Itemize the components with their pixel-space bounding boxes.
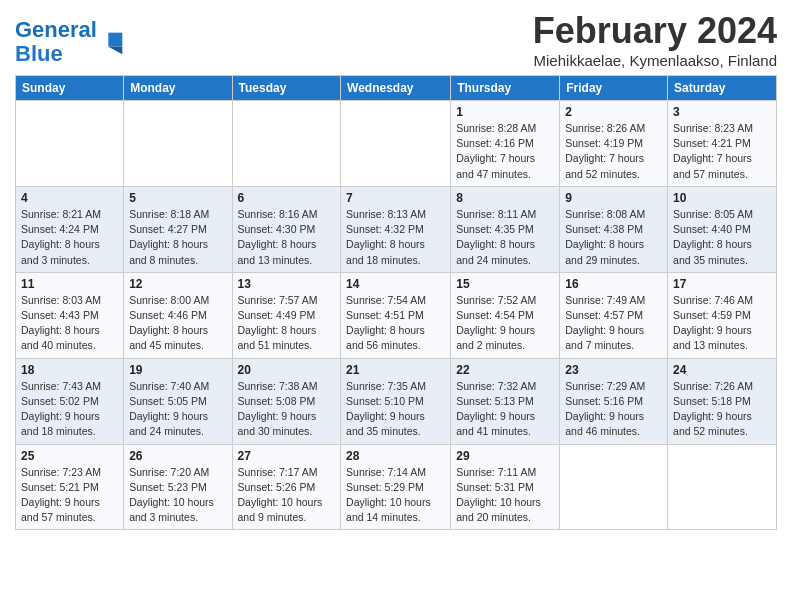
svg-marker-0 xyxy=(108,33,122,47)
calendar-cell: 21Sunrise: 7:35 AM Sunset: 5:10 PM Dayli… xyxy=(341,358,451,444)
day-number: 20 xyxy=(238,363,336,377)
day-info: Sunrise: 8:03 AM Sunset: 4:43 PM Dayligh… xyxy=(21,293,118,354)
day-info: Sunrise: 8:18 AM Sunset: 4:27 PM Dayligh… xyxy=(129,207,226,268)
weekday-header: Friday xyxy=(560,76,668,101)
weekday-header: Wednesday xyxy=(341,76,451,101)
calendar-cell: 13Sunrise: 7:57 AM Sunset: 4:49 PM Dayli… xyxy=(232,272,341,358)
calendar-header-row: SundayMondayTuesdayWednesdayThursdayFrid… xyxy=(16,76,777,101)
day-number: 24 xyxy=(673,363,771,377)
day-info: Sunrise: 8:28 AM Sunset: 4:16 PM Dayligh… xyxy=(456,121,554,182)
calendar-cell: 17Sunrise: 7:46 AM Sunset: 4:59 PM Dayli… xyxy=(668,272,777,358)
day-info: Sunrise: 8:26 AM Sunset: 4:19 PM Dayligh… xyxy=(565,121,662,182)
calendar-cell: 16Sunrise: 7:49 AM Sunset: 4:57 PM Dayli… xyxy=(560,272,668,358)
page-header: General Blue February 2024 Miehikkaelae,… xyxy=(15,10,777,69)
day-number: 4 xyxy=(21,191,118,205)
calendar-cell: 15Sunrise: 7:52 AM Sunset: 4:54 PM Dayli… xyxy=(451,272,560,358)
day-number: 13 xyxy=(238,277,336,291)
location-subtitle: Miehikkaelae, Kymenlaakso, Finland xyxy=(533,52,777,69)
calendar-cell xyxy=(341,101,451,187)
day-number: 3 xyxy=(673,105,771,119)
calendar-week-row: 25Sunrise: 7:23 AM Sunset: 5:21 PM Dayli… xyxy=(16,444,777,530)
day-number: 25 xyxy=(21,449,118,463)
day-info: Sunrise: 7:35 AM Sunset: 5:10 PM Dayligh… xyxy=(346,379,445,440)
day-number: 1 xyxy=(456,105,554,119)
day-number: 11 xyxy=(21,277,118,291)
calendar-cell: 8Sunrise: 8:11 AM Sunset: 4:35 PM Daylig… xyxy=(451,186,560,272)
calendar-cell: 7Sunrise: 8:13 AM Sunset: 4:32 PM Daylig… xyxy=(341,186,451,272)
calendar-cell: 5Sunrise: 8:18 AM Sunset: 4:27 PM Daylig… xyxy=(124,186,232,272)
calendar-cell xyxy=(16,101,124,187)
day-info: Sunrise: 7:49 AM Sunset: 4:57 PM Dayligh… xyxy=(565,293,662,354)
day-number: 5 xyxy=(129,191,226,205)
calendar-cell: 26Sunrise: 7:20 AM Sunset: 5:23 PM Dayli… xyxy=(124,444,232,530)
day-info: Sunrise: 7:17 AM Sunset: 5:26 PM Dayligh… xyxy=(238,465,336,526)
calendar-cell xyxy=(232,101,341,187)
calendar-cell: 10Sunrise: 8:05 AM Sunset: 4:40 PM Dayli… xyxy=(668,186,777,272)
calendar-cell: 14Sunrise: 7:54 AM Sunset: 4:51 PM Dayli… xyxy=(341,272,451,358)
day-number: 2 xyxy=(565,105,662,119)
day-info: Sunrise: 7:40 AM Sunset: 5:05 PM Dayligh… xyxy=(129,379,226,440)
day-number: 22 xyxy=(456,363,554,377)
day-info: Sunrise: 7:54 AM Sunset: 4:51 PM Dayligh… xyxy=(346,293,445,354)
day-number: 10 xyxy=(673,191,771,205)
day-number: 23 xyxy=(565,363,662,377)
day-number: 17 xyxy=(673,277,771,291)
day-number: 16 xyxy=(565,277,662,291)
calendar-week-row: 18Sunrise: 7:43 AM Sunset: 5:02 PM Dayli… xyxy=(16,358,777,444)
calendar-week-row: 1Sunrise: 8:28 AM Sunset: 4:16 PM Daylig… xyxy=(16,101,777,187)
day-number: 8 xyxy=(456,191,554,205)
calendar-cell: 25Sunrise: 7:23 AM Sunset: 5:21 PM Dayli… xyxy=(16,444,124,530)
day-number: 7 xyxy=(346,191,445,205)
calendar-cell: 2Sunrise: 8:26 AM Sunset: 4:19 PM Daylig… xyxy=(560,101,668,187)
calendar-cell: 12Sunrise: 8:00 AM Sunset: 4:46 PM Dayli… xyxy=(124,272,232,358)
calendar-cell: 23Sunrise: 7:29 AM Sunset: 5:16 PM Dayli… xyxy=(560,358,668,444)
calendar-cell: 29Sunrise: 7:11 AM Sunset: 5:31 PM Dayli… xyxy=(451,444,560,530)
weekday-header: Monday xyxy=(124,76,232,101)
day-number: 6 xyxy=(238,191,336,205)
weekday-header: Sunday xyxy=(16,76,124,101)
day-info: Sunrise: 7:38 AM Sunset: 5:08 PM Dayligh… xyxy=(238,379,336,440)
day-number: 15 xyxy=(456,277,554,291)
calendar-cell xyxy=(124,101,232,187)
day-info: Sunrise: 8:23 AM Sunset: 4:21 PM Dayligh… xyxy=(673,121,771,182)
day-info: Sunrise: 8:16 AM Sunset: 4:30 PM Dayligh… xyxy=(238,207,336,268)
day-info: Sunrise: 8:13 AM Sunset: 4:32 PM Dayligh… xyxy=(346,207,445,268)
day-number: 19 xyxy=(129,363,226,377)
day-number: 21 xyxy=(346,363,445,377)
logo-blue: Blue xyxy=(15,41,63,66)
day-info: Sunrise: 8:05 AM Sunset: 4:40 PM Dayligh… xyxy=(673,207,771,268)
day-number: 18 xyxy=(21,363,118,377)
weekday-header: Thursday xyxy=(451,76,560,101)
day-info: Sunrise: 8:11 AM Sunset: 4:35 PM Dayligh… xyxy=(456,207,554,268)
svg-marker-1 xyxy=(108,47,122,54)
month-year-title: February 2024 xyxy=(533,10,777,52)
day-info: Sunrise: 7:14 AM Sunset: 5:29 PM Dayligh… xyxy=(346,465,445,526)
calendar-week-row: 11Sunrise: 8:03 AM Sunset: 4:43 PM Dayli… xyxy=(16,272,777,358)
day-info: Sunrise: 7:26 AM Sunset: 5:18 PM Dayligh… xyxy=(673,379,771,440)
calendar-cell: 6Sunrise: 8:16 AM Sunset: 4:30 PM Daylig… xyxy=(232,186,341,272)
calendar-cell: 1Sunrise: 8:28 AM Sunset: 4:16 PM Daylig… xyxy=(451,101,560,187)
calendar-cell: 4Sunrise: 8:21 AM Sunset: 4:24 PM Daylig… xyxy=(16,186,124,272)
calendar-cell: 27Sunrise: 7:17 AM Sunset: 5:26 PM Dayli… xyxy=(232,444,341,530)
day-info: Sunrise: 7:29 AM Sunset: 5:16 PM Dayligh… xyxy=(565,379,662,440)
weekday-header: Saturday xyxy=(668,76,777,101)
day-info: Sunrise: 7:32 AM Sunset: 5:13 PM Dayligh… xyxy=(456,379,554,440)
calendar-cell xyxy=(668,444,777,530)
calendar-cell: 11Sunrise: 8:03 AM Sunset: 4:43 PM Dayli… xyxy=(16,272,124,358)
calendar-cell: 3Sunrise: 8:23 AM Sunset: 4:21 PM Daylig… xyxy=(668,101,777,187)
calendar-cell: 9Sunrise: 8:08 AM Sunset: 4:38 PM Daylig… xyxy=(560,186,668,272)
day-info: Sunrise: 8:21 AM Sunset: 4:24 PM Dayligh… xyxy=(21,207,118,268)
calendar-cell xyxy=(560,444,668,530)
day-info: Sunrise: 7:11 AM Sunset: 5:31 PM Dayligh… xyxy=(456,465,554,526)
logo-general: General xyxy=(15,17,97,42)
day-info: Sunrise: 8:00 AM Sunset: 4:46 PM Dayligh… xyxy=(129,293,226,354)
day-info: Sunrise: 7:57 AM Sunset: 4:49 PM Dayligh… xyxy=(238,293,336,354)
weekday-header: Tuesday xyxy=(232,76,341,101)
calendar-cell: 28Sunrise: 7:14 AM Sunset: 5:29 PM Dayli… xyxy=(341,444,451,530)
day-number: 14 xyxy=(346,277,445,291)
logo-icon xyxy=(99,28,127,56)
day-info: Sunrise: 7:46 AM Sunset: 4:59 PM Dayligh… xyxy=(673,293,771,354)
day-number: 12 xyxy=(129,277,226,291)
day-info: Sunrise: 7:43 AM Sunset: 5:02 PM Dayligh… xyxy=(21,379,118,440)
calendar-week-row: 4Sunrise: 8:21 AM Sunset: 4:24 PM Daylig… xyxy=(16,186,777,272)
